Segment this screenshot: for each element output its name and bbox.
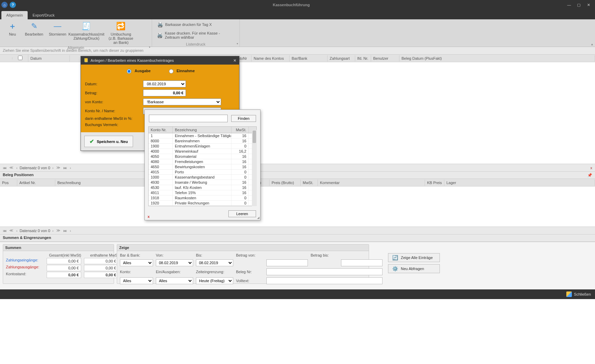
statusbar: Schließen [0,289,595,299]
zeige-alle-button[interactable]: 🔄 Zeige Alle Einträge [388,253,440,262]
tab-export[interactable]: Export/Druck [28,11,59,19]
lookup-row[interactable]: 8000Bareinnahmen16 [149,138,256,144]
select-all-checkbox[interactable] [18,56,22,60]
lcol-kontonr[interactable]: Konto Nr. [149,127,173,133]
lcol-mwst[interactable]: MwSt. [232,127,249,133]
nav-close-icon[interactable]: x [591,166,593,170]
col-barbank[interactable]: Bar/Bank [290,55,328,61]
vonkonto-field[interactable]: !Barkasse [143,98,221,105]
lookup-row[interactable]: 1920Private Rechnungen0 [149,201,256,206]
door-icon [566,291,572,297]
lookup-row[interactable]: 4080Fremdleistungen16 [149,159,256,164]
nav-prev[interactable]: ‹ [16,166,18,170]
nav-last[interactable]: ⏭ [63,166,68,170]
print-kasse-button[interactable]: 🖨️ Kasse drucken. Für eine Kasse - Zeitr… [155,30,237,40]
bearbeiten-button[interactable]: ✎ Bearbeiten [22,21,46,37]
bnav-prevpage[interactable]: ≪ [9,228,14,233]
zeit-select[interactable]: Heute (Freitag) [196,277,233,284]
kassenabschluss-button[interactable]: 🧾 Kassenabschluss(mit Zählung/Druck) [69,21,104,41]
val-aus-mwst: 0,00 € [84,265,119,271]
neu-abfragen-button[interactable]: ⚙️ Neu Abfragen [388,264,440,273]
bcol-kommentar[interactable]: Kommentar [318,180,425,186]
nav-first[interactable]: ⏮ [2,166,7,170]
belegnr-input[interactable] [266,268,382,275]
konto-select[interactable]: Alles [120,277,153,284]
barbank-select[interactable]: Alles [120,259,153,266]
pin-icon[interactable]: 📌 [587,173,592,178]
tab-allgemein[interactable]: Allgemein [1,11,28,19]
maximize-button[interactable]: ▢ [576,2,581,7]
von-date[interactable]: 08.02.2019 [156,259,193,266]
datum-field[interactable]: 08.02.2019 [143,80,186,87]
lookup-row[interactable]: 1000Kassenanfangsbestand0 [149,175,256,180]
lookup-row[interactable]: 1900Entnahmen/Einlagen0 [149,144,256,149]
help-icon[interactable]: ? [10,2,16,8]
col-belegdatum[interactable]: Beleg Datum (PlusFakt) [399,55,595,61]
einaus-select[interactable]: Alles [156,277,193,284]
speichern-neu-button[interactable]: ✔ Speichern u. Neu [84,136,133,147]
print-barkasse-button[interactable]: 🖨️ Barkasse drucken für Tag X [155,21,214,28]
nav-nextpage[interactable]: ≫ [56,165,61,170]
betrag-von-input[interactable] [266,259,308,266]
lookup-row[interactable]: 4050Büromaterial16 [149,154,256,159]
lookup-row[interactable]: 4930Inserate / Werbung16 [149,180,256,185]
radio-einnahme[interactable]: Einnahme [167,68,195,74]
minimize-button[interactable]: — [567,2,572,7]
bnav-next[interactable]: › [51,229,54,233]
betrag-field[interactable] [143,89,186,96]
resize-grip-icon[interactable]: ◢ [257,216,259,219]
col-zahlungsart[interactable]: Zahlungsart [328,55,355,61]
radio-ausgabe[interactable]: Ausgabe [125,68,150,74]
col-datum[interactable]: Datum [28,55,70,61]
neu-button[interactable]: ＋ Neu [3,21,22,37]
nav-next[interactable]: › [51,166,54,170]
bnav-more[interactable]: ‹ [69,229,72,233]
stornieren-button[interactable]: — Stornieren [46,21,69,37]
lookup-row[interactable]: 4000Wareneinkauf16,2 [149,149,256,154]
lbl-ausgaenge: Zahlungsausgänge: [6,265,44,271]
lookup-row[interactable]: 1918Raumkosten0 [149,195,256,201]
betrag-bis-input[interactable] [341,259,382,266]
bnav-last[interactable]: ⏭ [63,229,68,233]
lookup-search-input[interactable] [149,115,228,122]
ribbon-collapse-icon[interactable]: ▴ [591,42,593,46]
lookup-row[interactable]: 4911Telefon 15%16 [149,190,256,195]
pencil-icon: ✎ [29,21,39,31]
close-button[interactable]: ✕ [586,2,591,7]
dialog-close-icon[interactable]: ✕ [233,58,236,63]
lookup-close-icon[interactable]: x [148,214,150,219]
cash-register-icon: 🧾 [82,21,91,31]
nav-more[interactable]: ‹ [69,166,72,170]
schliessen-button[interactable]: Schließen [566,291,591,297]
nav-text: Datensatz 0 von 0 [20,166,50,170]
lookup-row[interactable]: 4650Bewirtungskosten16 [149,164,256,170]
bnav-prev[interactable]: ‹ [16,229,18,233]
col-benutzer[interactable]: Benutzer [371,55,399,61]
col-namekonto[interactable]: Name des Kontos [252,55,290,61]
bnav-nextpage[interactable]: ≫ [56,228,61,233]
bcol-lager[interactable]: Lager [444,180,595,186]
bcol-mwst[interactable]: MwSt. [301,180,318,186]
bis-date[interactable]: 08.02.2019 [196,259,233,266]
beleg-section-header: Beleg Positionen 📌 [0,171,595,179]
volltext-input[interactable] [266,277,382,284]
beleg-grid-body[interactable] [0,186,595,227]
finden-button[interactable]: Finden [231,115,256,122]
umbuchung-button[interactable]: 🔁 Umbuchung (z.B. Barkasse an Bank) [104,21,138,45]
bcol-brutto[interactable]: Preis (Brutto) [270,180,301,186]
dialog-titlebar[interactable]: 📒 Anlegen / Bearbeiten eines Kassenbuche… [81,56,239,65]
lookup-scrollbar[interactable] [252,130,257,206]
lookup-row[interactable]: 4530lauf. Kfz-Kosten16 [149,185,256,190]
lookup-row[interactable]: 1Einnahmen - Selbständige Tätigkeit16 [149,133,256,138]
leeren-button[interactable]: Leeren [228,210,256,217]
val-ein-mwst: 0,00 € [84,258,119,264]
bcol-artikelnr[interactable]: Artikel Nr. [17,180,55,186]
lcol-bezeichnung[interactable]: Bezeichnung [173,127,232,133]
bnav-first[interactable]: ⏮ [2,229,7,233]
nav-prevpage[interactable]: ≪ [9,165,14,170]
lbl-stand: Kontostand: [6,272,44,278]
bcol-pos[interactable]: Pos [0,180,17,186]
col-lfdnr[interactable]: lfd. Nr. [355,55,371,61]
bcol-kbpreis[interactable]: KB Preis [425,180,444,186]
lookup-row[interactable]: 4915Porto0 [149,170,256,175]
